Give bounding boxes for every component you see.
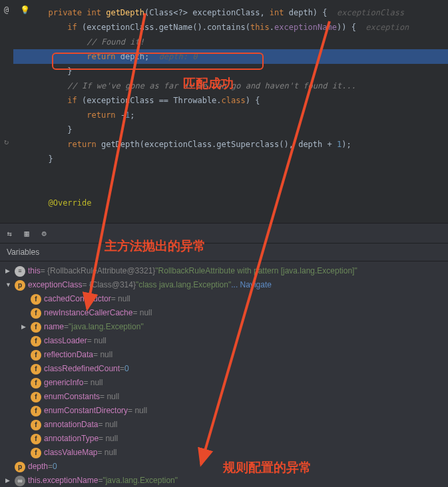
code-line [39,181,448,196]
var-this[interactable]: ▶≡this = {RollbackRuleAttribute@3321} "R… [0,264,448,278]
debug-toolbar: ⇆ ▦ ⚙ [0,224,448,244]
param-icon: p [15,280,25,291]
at-icon[interactable]: @ [4,5,9,15]
var-exceptionClass[interactable]: ▼pexceptionClass = {Class@314} "class ja… [0,278,448,292]
gutter: @ 💡 ↻ [0,0,19,223]
field-icon: f [31,364,41,375]
code-line: } [39,64,448,79]
field-icon: f [31,406,41,416]
code-line: if (exceptionClass.getName().contains(th… [39,20,448,35]
hash-icon: ≡ [15,266,25,277]
field-icon: f [31,294,41,305]
code-line [39,166,448,181]
field-icon: f [31,322,41,333]
code-line: private int getDepth(Class<?> exceptionC… [39,5,448,20]
var-enumConstantDirectory[interactable]: fenumConstantDirectory = null [0,404,448,418]
annotation-rule: 规则配置的异常 [223,459,312,476]
breakpoint-line[interactable]: return depth; depth: 0 [13,49,448,64]
watch-icon: ∞ [15,476,25,486]
var-annotationData[interactable]: fannotationData = null [0,418,448,432]
code-line: } [39,122,448,137]
var-reflectionData[interactable]: freflectionData = null [0,348,448,362]
field-icon: f [31,420,41,430]
var-newInstanceCallerCache[interactable]: fnewInstanceCallerCache = null [0,306,448,320]
variables-tree[interactable]: ▶≡this = {RollbackRuleAttribute@3321} "R… [0,261,448,487]
bulb-icon[interactable]: 💡 [20,5,30,15]
var-cachedConstructor[interactable]: fcachedConstructor = null [0,292,448,306]
code-line: } [39,152,448,166]
var-enumConstants[interactable]: fenumConstants = null [0,390,448,404]
param-icon: p [15,462,25,472]
settings-icon[interactable]: ⚙ [39,228,49,239]
grid-icon[interactable]: ▦ [21,228,32,239]
annotation-match: 匹配成功 [183,75,234,92]
field-icon: f [31,336,41,347]
field-icon: f [31,308,41,319]
var-classLoader[interactable]: fclassLoader = null [0,334,448,348]
code-line: if (exceptionClass == Throwable.class) { [39,93,448,108]
annotation-thrown: 主方法抛出的异常 [105,238,206,255]
var-classRedefinedCount[interactable]: fclassRedefinedCount = 0 [0,362,448,376]
code-line: @Override [39,196,448,210]
restart-icon[interactable]: ⇆ [4,228,15,239]
var-annotationType[interactable]: fannotationType = null [0,432,448,446]
field-icon: f [31,434,41,444]
field-icon: f [31,448,41,458]
code-line: // Found it! [39,35,448,49]
code-line: return -1; [39,108,448,122]
field-icon: f [31,392,41,403]
variables-header: Variables [0,244,448,261]
debugger-pane: ⇆ ▦ ⚙ Variables ▶≡this = {RollbackRuleAt… [0,223,448,487]
field-icon: f [31,378,41,389]
code-area[interactable]: private int getDepth(Class<?> exceptionC… [0,0,448,210]
code-line: // If we've gone as far as we can go and… [39,79,448,93]
editor-pane: @ 💡 ↻ private int getDepth(Class<?> exce… [0,0,448,223]
var-classValueMap[interactable]: fclassValueMap = null [0,446,448,460]
var-name[interactable]: ▶fname = "java.lang.Exception" [0,320,448,334]
field-icon: f [31,350,41,361]
refresh-icon[interactable]: ↻ [4,137,9,146]
code-line: return getDepth(exceptionClass.getSuperc… [39,137,448,152]
var-genericInfo[interactable]: fgenericInfo = null [0,376,448,390]
